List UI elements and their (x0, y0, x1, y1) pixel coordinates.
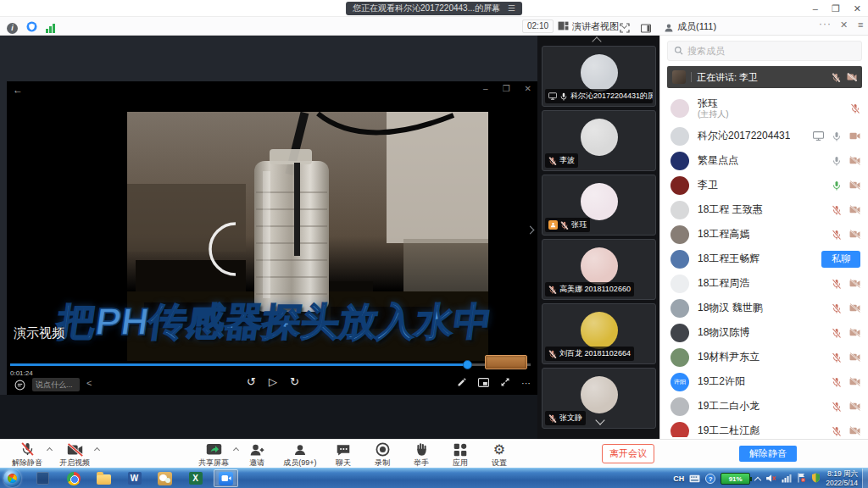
security-shield-icon[interactable] (811, 471, 821, 486)
thumbnails-scroll-up-icon[interactable] (592, 36, 601, 46)
taskbar-clock[interactable]: 8:19 周六 2022/5/14 (826, 469, 858, 487)
network-quality-icon[interactable] (46, 23, 55, 33)
word-icon[interactable]: W (122, 469, 147, 487)
progress-bar[interactable] (10, 363, 531, 366)
private-chat-button[interactable]: 私聊 (821, 251, 860, 268)
taskbar-app-icon[interactable] (31, 469, 55, 487)
danmaku-icon[interactable] (14, 379, 25, 394)
hand-button[interactable]: 举手 (402, 440, 441, 469)
video-thumbnail[interactable]: 科尔沁20172204431的屏幕... (542, 46, 656, 107)
mic-off-icon (832, 402, 842, 412)
panel-unmute-button[interactable]: 解除静音 (739, 446, 797, 462)
more-icon[interactable]: ··· (521, 378, 531, 388)
panel-more-icon[interactable]: ··· (819, 18, 832, 30)
member-search-box[interactable] (667, 41, 862, 61)
leave-meeting-button[interactable]: 离开会议 (602, 444, 654, 463)
meeting-info-icon[interactable]: i (7, 23, 18, 34)
settings-button[interactable]: ⚙ 设置 (480, 440, 519, 469)
collapse-left-icon[interactable]: < (86, 378, 92, 388)
show-desktop-button[interactable] (862, 469, 868, 488)
member-row[interactable]: 18物汉陈博 (660, 320, 868, 345)
video-thumbnail[interactable]: 李波 (542, 110, 656, 171)
restore-button[interactable]: ❐ (832, 0, 840, 17)
ime-indicator[interactable]: CH (673, 474, 684, 483)
share-screen-button[interactable]: 共享屏幕 (190, 440, 237, 469)
rewind-icon[interactable]: ↺ (247, 375, 256, 388)
pip-icon[interactable] (478, 378, 489, 389)
show-hidden-icons[interactable] (754, 476, 761, 483)
forward-icon[interactable]: ↻ (290, 375, 299, 388)
minimize-button[interactable]: – (813, 0, 818, 17)
close-button[interactable]: ✕ (854, 0, 861, 17)
member-row[interactable]: 18物汉 魏世鹏 (660, 296, 868, 320)
member-row[interactable]: 18工程 王致惠 (660, 197, 868, 222)
mic-off-icon (832, 73, 841, 82)
member-row[interactable]: 18工程周浩 (660, 271, 868, 296)
meeting-control-bar: 解除静音 开启视频 共享屏幕 邀请 成员(99+) 聊天 录制 举手 应用 ⚙ … (0, 439, 868, 468)
expand-icon[interactable] (500, 377, 510, 389)
video-thumbnail[interactable]: 张文静 (542, 368, 656, 429)
windows-logo-icon (7, 473, 18, 484)
chat-button[interactable]: 聊天 (324, 440, 363, 469)
edit-icon[interactable] (457, 377, 467, 389)
wechat-icon[interactable] (153, 469, 177, 487)
now-speaking-label: 正在讲话: 李卫 (697, 71, 758, 84)
member-row[interactable]: 19工二白小龙 (660, 394, 868, 419)
help-icon[interactable]: ? (705, 474, 715, 484)
play-icon[interactable]: ▷ (269, 375, 277, 388)
explorer-folder-icon[interactable] (92, 469, 116, 487)
member-row[interactable]: 李卫 (660, 173, 868, 197)
battery-indicator[interactable]: 91% (721, 473, 750, 485)
invite-button[interactable]: 邀请 (237, 440, 276, 469)
member-row[interactable]: 许阳 19工2许阳 (660, 369, 868, 394)
members-icon (293, 441, 307, 457)
member-row[interactable]: 18工程王畅辉 私聊 (660, 247, 868, 271)
meeting-timer: 02:10 (522, 19, 554, 33)
chrome-icon[interactable] (61, 469, 86, 487)
danmaku-input[interactable] (32, 378, 80, 391)
video-thumbnail[interactable]: 高美娜 20181102660 (542, 239, 656, 300)
members-button[interactable]: 成员(99+) (276, 440, 324, 469)
member-row[interactable]: 繁星点点 (660, 148, 868, 173)
mic-off-icon (832, 426, 842, 436)
chevron-up-icon[interactable] (94, 447, 100, 453)
member-row[interactable]: 19材料尹东立 (660, 345, 868, 369)
panel-menu-icon[interactable]: ≡ (858, 19, 863, 30)
window-titlebar: 您正在观看科尔沁2017220443...的屏幕 ☰ – ❐ ✕ (0, 0, 868, 17)
member-search-input[interactable] (687, 46, 855, 56)
mic-off-button[interactable]: 解除静音 (3, 440, 51, 469)
view-mode-switch[interactable]: 演讲者视图 (558, 20, 626, 33)
security-icon[interactable] (26, 20, 37, 36)
thumbnails-scroll-down-icon[interactable] (595, 415, 604, 424)
member-row[interactable]: 科尔沁20172204431 (660, 124, 868, 148)
apps-button[interactable]: 应用 (441, 440, 480, 469)
progress-thumb[interactable] (463, 360, 472, 369)
video-thumbnail[interactable]: 张珏 (542, 175, 656, 236)
members-panel-icon (664, 21, 674, 36)
cam-off-button[interactable]: 开启视频 (51, 440, 98, 469)
video-thumbnail[interactable]: 刘百龙 20181102664 (542, 303, 656, 364)
volume-muted-icon[interactable] (765, 471, 776, 486)
keyboard-icon[interactable] (689, 471, 700, 486)
player-close-icon[interactable]: ✕ (525, 84, 531, 93)
record-button[interactable]: 录制 (363, 440, 402, 469)
member-row[interactable]: 18工程高嫣 (660, 222, 868, 247)
action-center-flag-icon[interactable] (797, 471, 806, 486)
progress-fill (10, 363, 468, 366)
meeting-app-icon[interactable] (214, 469, 238, 487)
back-icon[interactable]: ← (13, 84, 23, 96)
network-icon[interactable] (782, 471, 792, 486)
sidebar-toggle-icon[interactable] (641, 21, 651, 36)
member-row[interactable]: 张珏 (主持人) (660, 93, 868, 124)
fullscreen-icon[interactable] (620, 21, 630, 36)
start-button[interactable] (3, 469, 21, 487)
member-row[interactable]: 19工二杜江彪 (660, 419, 868, 437)
banner-menu-icon[interactable]: ☰ (508, 2, 515, 15)
camera-off-icon (849, 156, 860, 165)
watching-banner[interactable]: 您正在观看科尔沁2017220443...的屏幕 ☰ (346, 2, 522, 15)
avatar (581, 376, 618, 413)
player-restore-icon[interactable]: ❐ (503, 84, 510, 93)
panel-close-icon[interactable]: ✕ (840, 19, 848, 30)
player-minimize-icon[interactable]: – (483, 84, 488, 93)
excel-icon[interactable]: X (183, 469, 208, 487)
